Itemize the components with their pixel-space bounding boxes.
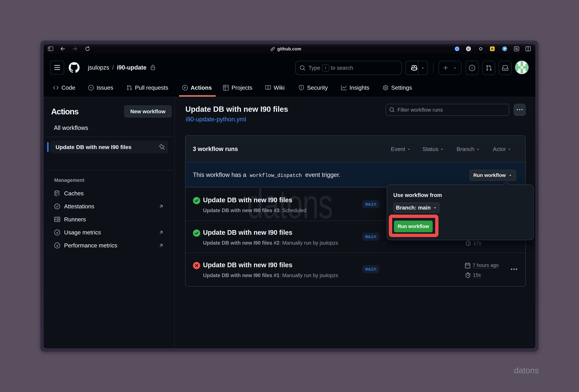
svg-text:R: R	[491, 47, 494, 51]
svg-text:G: G	[467, 47, 470, 51]
